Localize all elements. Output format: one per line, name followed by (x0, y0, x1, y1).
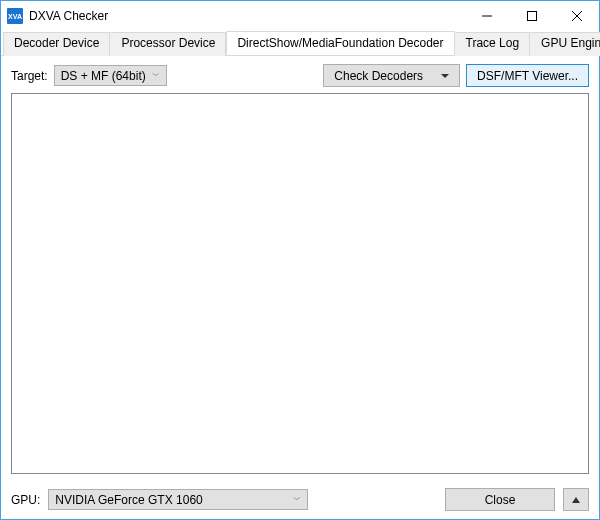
triangle-up-icon (572, 497, 580, 503)
decoder-list-area[interactable] (11, 93, 589, 474)
target-dropdown[interactable]: DS + MF (64bit) ﹀ (54, 65, 167, 86)
close-button-label: Close (485, 493, 516, 507)
window-title: DXVA Checker (29, 9, 464, 23)
toolbar: Target: DS + MF (64bit) ﹀ Check Decoders… (1, 56, 599, 93)
svg-rect-1 (527, 12, 536, 21)
gpu-dropdown-value: NVIDIA GeForce GTX 1060 (55, 493, 202, 507)
gpu-label: GPU: (11, 493, 40, 507)
tab-strip: Decoder Device Processor Device DirectSh… (1, 31, 599, 56)
window-controls (464, 1, 599, 31)
gpu-dropdown[interactable]: NVIDIA GeForce GTX 1060 ﹀ (48, 489, 308, 510)
app-window: XVA DXVA Checker Decoder Device Processo… (0, 0, 600, 520)
tab-trace-log[interactable]: Trace Log (455, 32, 531, 56)
close-window-button[interactable] (554, 1, 599, 31)
check-decoders-button[interactable]: Check Decoders (323, 64, 460, 87)
dropdown-arrow-icon (441, 74, 449, 78)
tab-processor-device[interactable]: Processor Device (110, 32, 226, 56)
app-icon: XVA (7, 8, 23, 24)
target-dropdown-value: DS + MF (64bit) (61, 69, 146, 83)
chevron-down-icon: ﹀ (152, 70, 160, 81)
tab-decoder-device[interactable]: Decoder Device (3, 32, 110, 56)
expand-up-button[interactable] (563, 488, 589, 511)
close-button[interactable]: Close (445, 488, 555, 511)
target-label: Target: (11, 69, 48, 83)
dsf-mft-viewer-label: DSF/MFT Viewer... (477, 69, 578, 83)
minimize-button[interactable] (464, 1, 509, 31)
check-decoders-label: Check Decoders (334, 69, 423, 83)
titlebar: XVA DXVA Checker (1, 1, 599, 31)
dsf-mft-viewer-button[interactable]: DSF/MFT Viewer... (466, 64, 589, 87)
chevron-down-icon: ﹀ (293, 494, 301, 505)
footer: GPU: NVIDIA GeForce GTX 1060 ﹀ Close (1, 482, 599, 519)
maximize-button[interactable] (509, 1, 554, 31)
tab-gpu-engine-usage[interactable]: GPU Engine Usage (530, 32, 600, 56)
tab-directshow-mediafoundation-decoder[interactable]: DirectShow/MediaFoundation Decoder (226, 31, 454, 55)
